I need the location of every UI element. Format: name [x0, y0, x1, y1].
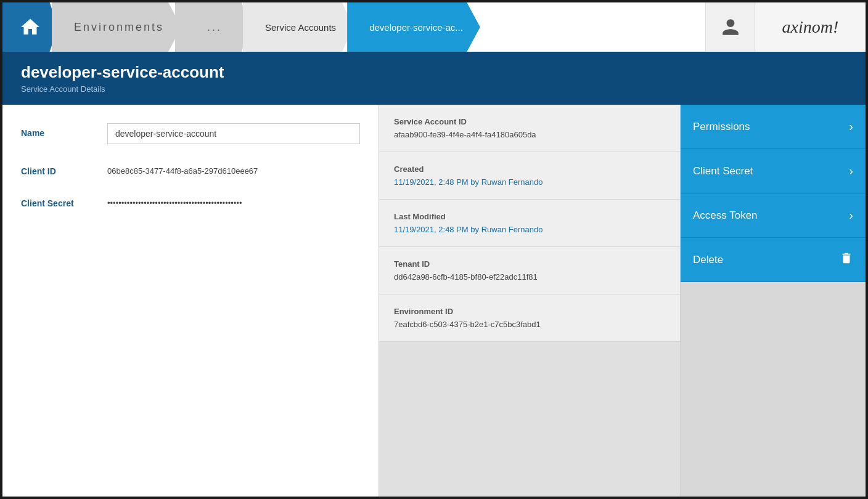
right-panel: Permissions › Client Secret › Access Tok…	[681, 105, 866, 497]
left-panel: Name Client ID 06be8c85-3477-44f8-a6a5-2…	[2, 105, 379, 497]
tenant-id-value: dd642a98-6cfb-4185-bf80-ef22adc11f81	[394, 272, 665, 282]
client-secret-value: ••••••••••••••••••••••••••••••••••••••••…	[107, 193, 360, 208]
name-field-row: Name	[21, 123, 360, 144]
created-section: Created 11/19/2021, 2:48 PM by Ruwan Fer…	[379, 152, 680, 200]
center-panel: Service Account ID afaab900-fe39-4f4e-a4…	[379, 105, 681, 497]
access-token-label: Access Token	[693, 209, 758, 222]
brand-logo: axinom!	[755, 2, 866, 52]
page-title: developer-service-account	[21, 63, 847, 82]
nav-service-accounts[interactable]: Service Accounts	[243, 2, 353, 52]
service-account-id-section: Service Account ID afaab900-fe39-4f4e-a4…	[379, 105, 680, 152]
last-modified-section: Last Modified 11/19/2021, 2:48 PM by Ruw…	[379, 200, 680, 247]
user-icon	[721, 17, 740, 37]
tenant-id-section: Tenant ID dd642a98-6cfb-4185-bf80-ef22ad…	[379, 247, 680, 294]
nav-ellipsis[interactable]: ...	[175, 2, 249, 52]
nav-environments[interactable]: Environments	[52, 2, 181, 52]
permissions-action[interactable]: Permissions ›	[681, 105, 866, 149]
name-input[interactable]	[107, 123, 360, 144]
delete-label: Delete	[693, 254, 723, 266]
service-account-id-label: Service Account ID	[394, 117, 665, 126]
service-account-id-value: afaab900-fe39-4f4e-a4f4-fa4180a605da	[394, 130, 665, 139]
environment-id-value: 7eafcbd6-c503-4375-b2e1-c7c5bc3fabd1	[394, 320, 665, 329]
delete-action[interactable]: Delete	[681, 238, 866, 282]
client-secret-label: Client Secret	[21, 193, 107, 208]
blank-section	[379, 342, 680, 497]
client-secret-chevron-icon: ›	[849, 164, 853, 178]
environment-id-label: Environment ID	[394, 307, 665, 316]
client-secret-field-row: Client Secret ••••••••••••••••••••••••••…	[21, 193, 360, 208]
trash-icon	[840, 251, 853, 268]
user-avatar[interactable]	[705, 2, 755, 52]
name-label: Name	[21, 123, 107, 138]
last-modified-label: Last Modified	[394, 212, 665, 221]
home-button[interactable]	[2, 2, 58, 52]
client-id-field-row: Client ID 06be8c85-3477-44f8-a6a5-297d61…	[21, 161, 360, 176]
name-input-wrapper	[107, 123, 360, 144]
main-content: Name Client ID 06be8c85-3477-44f8-a6a5-2…	[2, 105, 866, 497]
right-panel-filler	[681, 282, 866, 497]
page-subtitle: Service Account Details	[21, 84, 847, 94]
permissions-label: Permissions	[693, 121, 750, 133]
nav-spacer	[480, 2, 705, 52]
client-id-label: Client ID	[21, 161, 107, 176]
tenant-id-label: Tenant ID	[394, 259, 665, 269]
client-id-value: 06be8c85-3477-44f8-a6a5-297d610eee67	[107, 161, 360, 176]
access-token-action[interactable]: Access Token ›	[681, 193, 866, 238]
last-modified-value: 11/19/2021, 2:48 PM by Ruwan Fernando	[394, 225, 665, 234]
environment-id-section: Environment ID 7eafcbd6-c503-4375-b2e1-c…	[379, 294, 680, 342]
nav-current-account[interactable]: developer-service-ac...	[347, 2, 480, 52]
top-nav: Environments ... Service Accounts develo…	[2, 2, 866, 52]
page-header: developer-service-account Service Accoun…	[2, 52, 866, 105]
created-label: Created	[394, 164, 665, 174]
client-secret-action[interactable]: Client Secret ›	[681, 149, 866, 193]
client-secret-action-label: Client Secret	[693, 165, 753, 177]
permissions-chevron-icon: ›	[849, 120, 853, 134]
home-icon	[19, 16, 41, 38]
created-value: 11/19/2021, 2:48 PM by Ruwan Fernando	[394, 177, 665, 187]
access-token-chevron-icon: ›	[849, 208, 853, 222]
